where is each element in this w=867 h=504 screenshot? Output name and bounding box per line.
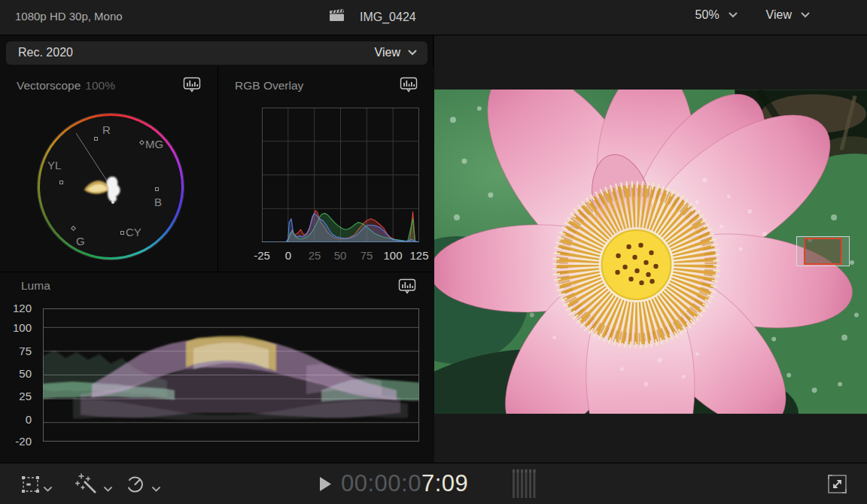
vectorscope-target-b: B [154,196,162,208]
final-cut-viewer-window: 1080p HD 30p, Mono IMG_0424 50% View Rec… [0,0,867,504]
clip-title: IMG_0424 [360,11,416,24]
luma-ytick: 0 [0,413,36,426]
luma-ytick: 25 [0,390,36,402]
rgb-overlay-title: RGB Overlay [235,79,303,93]
vectorscope-scale: 100% [85,79,115,92]
target-box-r [94,137,98,141]
clapperboard-icon [329,8,345,26]
chevron-down-icon [152,481,160,495]
vectorscope-panel: Vectorscope100% R MG B CY G [0,66,218,272]
target-box-yl [59,181,63,184]
main-area: Rec. 2020 View Vectorscope100% [0,35,867,463]
chevron-down-icon [801,12,810,18]
timecode-current: 7:09 [421,470,468,496]
vectorscope-title: Vectorscope100% [17,79,115,93]
rgb-xtick: 100 [378,249,408,262]
luma-title: Luma [21,279,50,293]
video-scopes-pane: Rec. 2020 View Vectorscope100% [0,35,434,463]
zoom-navigator-frame [804,238,842,265]
luma-ytick: 100 [0,321,36,334]
chevron-down-icon [104,481,112,495]
rgb-xtick: 0 [273,249,303,262]
viewer-pane [434,35,867,463]
rgb-xtick: 50 [325,249,355,262]
luma-waveform [43,308,419,442]
scopes-view-menu[interactable]: View [375,46,417,59]
chevron-down-icon [408,50,417,56]
luma-ytick: 75 [0,345,36,357]
retime-speedometer-menu-button[interactable] [125,475,145,497]
scopes-header-bar: Rec. 2020 View [6,41,427,65]
clip-title-group: IMG_0424 [329,8,416,26]
luma-settings-button[interactable] [398,278,416,295]
viewer-top-bar: 1080p HD 30p, Mono IMG_0424 50% View [0,0,867,35]
rgb-xtick: -25 [247,249,277,262]
vectorscope-settings-button[interactable] [183,77,201,93]
target-box-cy [120,231,124,235]
vectorscope-target-cy: CY [126,226,141,238]
luma-ytick: 50 [0,367,36,380]
rgb-histogram [262,108,419,242]
luma-panel: Luma 120 100 75 50 25 0 -20 [0,272,434,463]
luma-ytick: 120 [0,302,36,314]
chevron-down-icon [44,481,52,495]
top-bar-menus: 50% View [695,8,810,22]
play-button[interactable] [319,476,332,495]
zoom-navigator-overlay[interactable] [796,236,850,266]
format-info: 1080p HD 30p, Mono [15,10,123,23]
vectorscope-target-yl: YL [47,159,61,172]
rgb-overlay-settings-button[interactable] [400,77,418,93]
zoom-level-value: 50% [695,8,719,22]
luma-ytick: -20 [0,435,36,448]
rgb-overlay-panel: RGB Overlay -25 0 25 50 75 100 [218,66,434,272]
timecode-leading: 00:00:0 [341,470,421,496]
chevron-down-icon [729,12,738,18]
zoom-level-menu[interactable]: 50% [695,8,738,22]
transform-overlay-menu-button[interactable] [21,475,41,496]
transport-bar: 00:00:07:09 [0,463,867,504]
color-space-label: Rec. 2020 [18,46,73,59]
vectorscope-target-g: G [76,235,85,247]
vectorscope-target-r: R [102,123,111,136]
rgb-xtick: 75 [351,249,382,262]
vectorscope-target-mg: MG [145,138,163,150]
vectorscope-trace [38,114,184,260]
timecode-display[interactable]: 00:00:07:09 [341,470,468,497]
viewer-view-menu[interactable]: View [766,8,810,22]
scopes-view-label: View [375,46,400,59]
viewer-view-label: View [766,8,792,22]
target-box-b [155,187,159,191]
enhancements-wand-menu-button[interactable] [75,472,101,499]
audio-meters[interactable] [513,469,537,502]
fullscreen-expand-button[interactable] [827,474,847,497]
rgb-xtick: 125 [404,249,434,262]
